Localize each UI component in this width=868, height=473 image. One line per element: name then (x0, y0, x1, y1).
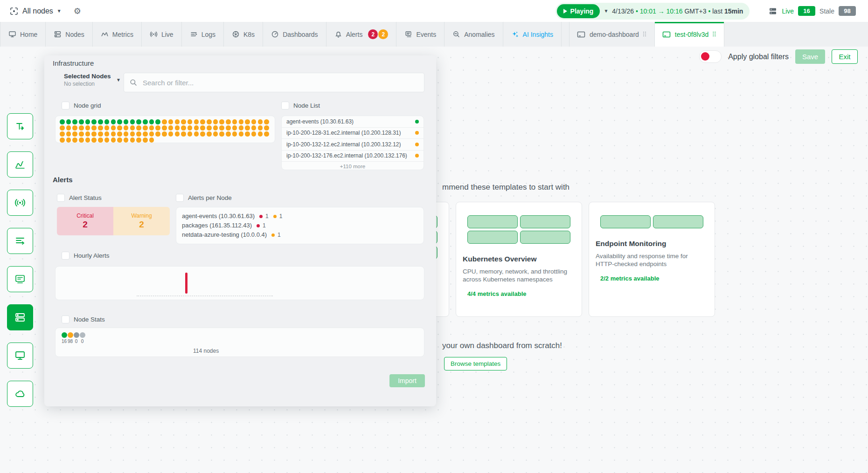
node-status-dot (85, 137, 90, 143)
tab-ai-insights[interactable]: AI Insights (503, 22, 562, 47)
node-list-option[interactable]: Node List (281, 102, 320, 110)
node-status-dot (91, 131, 97, 137)
checkbox[interactable] (62, 315, 69, 323)
exit-button[interactable]: Exit (832, 49, 858, 64)
gear-icon[interactable]: ⚙ (74, 7, 81, 15)
node-list-item[interactable]: agent-events (10.30.61.63) (282, 116, 424, 128)
selected-nodes-dropdown[interactable]: Selected Nodes No selection ▼ (64, 73, 111, 87)
date-range[interactable]: 4/13/26 • 10:01 → 10:16 GMT+3 • last 15m… (612, 7, 743, 15)
cloud-icon (14, 388, 26, 400)
tab-live[interactable]: Live (142, 22, 182, 47)
checkbox[interactable] (62, 252, 69, 260)
template-preview (596, 215, 705, 228)
live-count-badge[interactable]: 16 (798, 6, 815, 16)
import-button[interactable]: Import (389, 374, 425, 387)
rail-item-live[interactable] (7, 190, 33, 216)
rail-item-events[interactable] (7, 266, 33, 292)
rail-item-cloud[interactable] (7, 381, 33, 407)
infrastructure-widget-modal: Infrastructure Selected Nodes No selecti… (44, 55, 436, 406)
chevron-down-icon: ▼ (116, 77, 121, 82)
drag-handle-icon[interactable] (713, 32, 716, 37)
node-status-dot (72, 131, 77, 137)
hourly-alerts-option[interactable]: Hourly Alerts (62, 252, 110, 260)
rail-item-text[interactable] (7, 113, 33, 139)
node-status-dot (415, 120, 419, 123)
node-scope-selector[interactable]: All nodes ▼ (9, 7, 62, 16)
tab-nodes[interactable]: Nodes (46, 22, 92, 47)
browse-templates-button[interactable]: Browse templates (444, 357, 507, 370)
node-stat: 0 (73, 332, 79, 344)
node-status-dot (245, 131, 250, 137)
tab-label: Logs (201, 31, 215, 38)
checkbox[interactable] (62, 102, 69, 110)
stat-value: 0 (81, 339, 84, 344)
rail-item-logs[interactable] (7, 228, 33, 254)
save-button[interactable]: Save (795, 49, 825, 64)
checkbox[interactable] (57, 194, 65, 202)
tab-label: Alerts (346, 31, 363, 38)
events-icon (404, 30, 412, 38)
node-status-dot (60, 119, 65, 124)
node-list-item[interactable]: ip-10-200-132-176.ec2.internal (10.200.1… (282, 151, 424, 162)
template-title: Endpoint Monitoring (596, 240, 705, 248)
rail-item-monitor[interactable] (7, 343, 33, 369)
template-card-kubernetes[interactable]: Kubernetes Overview CPU, memory, network… (456, 202, 582, 317)
rail-item-chart[interactable] (7, 151, 33, 178)
tab-alerts[interactable]: Alerts 2 2 (326, 22, 397, 47)
node-status-dot (162, 131, 167, 137)
node-status-dot (415, 154, 419, 158)
node-status-dot (219, 119, 224, 124)
node-status-dot (91, 119, 97, 124)
node-status-dot (149, 119, 154, 124)
tab-metrics[interactable]: Metrics (93, 22, 142, 47)
node-stats-option[interactable]: Node Stats (62, 315, 105, 323)
node-status-dot (175, 131, 180, 137)
checkbox[interactable] (176, 194, 184, 202)
tab-dashboards[interactable]: Dashboards (263, 22, 326, 47)
node-list-more[interactable]: +110 more (282, 162, 424, 170)
tab-anomalies[interactable]: Anomalies (444, 22, 503, 47)
alerts-per-node-option[interactable]: Alerts per Node (176, 194, 232, 202)
node-status-dot (143, 137, 148, 143)
chart-placeholder (467, 215, 518, 228)
tab-test-dashboard[interactable]: test-0f8lv3d (655, 22, 724, 47)
checkbox[interactable] (281, 102, 289, 110)
node-status-dot (111, 119, 116, 124)
node-status-dot (194, 131, 199, 137)
node-status-dot (98, 131, 103, 137)
date-value: 4/13/26 (612, 7, 634, 15)
tab-logs[interactable]: Logs (182, 22, 224, 47)
apply-global-filters-toggle[interactable] (699, 50, 722, 63)
node-status-dot (251, 125, 257, 130)
node-grid-option[interactable]: Node grid (62, 102, 101, 110)
tab-demo-dashboard[interactable]: demo-dashboard (569, 22, 655, 47)
play-button[interactable]: Playing (557, 4, 600, 18)
tab-label: Home (20, 31, 37, 38)
chevron-down-icon[interactable]: ▼ (604, 8, 608, 14)
alert-status-option[interactable]: Alert Status (57, 194, 102, 202)
time-controls: Playing ▼ 4/13/26 • 10:01 → 10:16 GMT+3 … (556, 3, 750, 20)
node-status-dot (149, 125, 154, 130)
node-status-dot (66, 119, 71, 124)
node-status-dot (143, 131, 148, 137)
template-card-endpoint[interactable]: Endpoint Monitoring Availability and res… (589, 202, 715, 317)
tab-k8s[interactable]: K8s (224, 22, 263, 47)
node-status-dot (264, 119, 269, 124)
tab-events[interactable]: Events (396, 22, 444, 47)
rail-item-nodes[interactable] (7, 304, 33, 330)
search-input[interactable] (142, 78, 418, 87)
drag-handle-icon[interactable] (643, 32, 647, 37)
node-status-dot (136, 137, 141, 143)
node-status-dot (117, 131, 122, 137)
node-status-dot (130, 131, 135, 137)
node-status-dot (168, 125, 174, 130)
node-list-item[interactable]: ip-10-200-132-12.ec2.internal (10.200.13… (282, 139, 424, 151)
stale-count-badge[interactable]: 98 (839, 6, 856, 16)
metrics-icon (101, 30, 109, 38)
node-status-dot (85, 131, 90, 137)
modal-title: Infrastructure (53, 59, 94, 67)
node-list-item[interactable]: ip-10-200-128-31.ec2.internal (10.200.12… (282, 128, 424, 139)
node-stat: 16 (61, 332, 67, 344)
tab-home[interactable]: Home (0, 22, 46, 47)
node-status-dot (251, 119, 257, 124)
